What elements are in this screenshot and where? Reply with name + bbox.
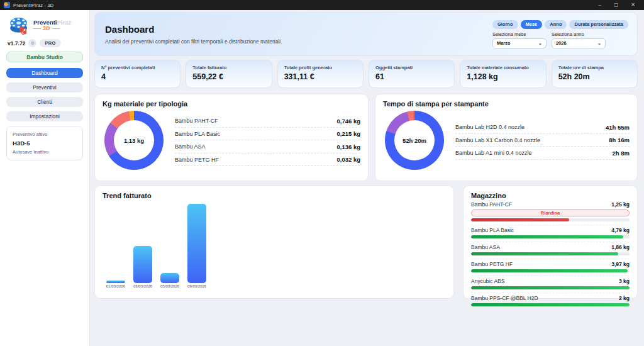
page-title: Dashboard <box>105 24 282 35</box>
magazzino-panel: Magazzino Bambu PAHT-CF 1,25 kg Riordina… <box>463 186 638 299</box>
printer-donut-chart: 52h 20m <box>385 111 444 170</box>
app-icon <box>4 2 10 8</box>
printer-chart-title: Tempo di stampa per stampante <box>383 100 630 108</box>
bar <box>187 204 206 283</box>
main-content: Dashboard Analisi dei preventivi complet… <box>90 10 644 346</box>
trend-chart-panel: Trend fatturato 01/03/2026 03/03/2026 <box>94 186 454 299</box>
stock-row-paht-cf: Bambu PAHT-CF 1,25 kg Riordina <box>471 201 630 221</box>
x-axis-tick: 01/03/2026 <box>106 284 125 288</box>
trend-bar-chart: 01/03/2026 03/03/2026 05/03/2026 09 <box>106 203 446 288</box>
legend-row: Bambu PAHT-CF 0,746 kg <box>175 114 360 128</box>
pro-badge: PRO <box>40 39 60 47</box>
stat-oggetti-stampati: Oggetti stampati 61 <box>369 60 455 88</box>
stock-row-asa: Bambu ASA 1,86 kg <box>471 242 630 255</box>
sidebar-item-clienti[interactable]: Clienti <box>6 97 83 107</box>
printer-legend: Bambu Lab H2D 0.4 nozzle 41h 55m Bambu L… <box>455 121 630 160</box>
stock-bar <box>471 252 630 255</box>
stat-materiale-consumato: Totale materiale consumato 1,128 kg <box>460 60 546 88</box>
material-legend: Bambu PAHT-CF 0,746 kg Bambu PLA Basic 0… <box>175 114 360 166</box>
logo-text-secondary: Piraz <box>57 19 72 26</box>
version-label: v1.7.72 <box>8 40 25 47</box>
stock-bar <box>471 218 630 221</box>
logo-text-3d: 3D <box>43 26 50 31</box>
x-axis-tick: 03/03/2026 <box>133 284 152 288</box>
autosave-status: Autosave Inattivo <box>13 149 77 155</box>
legend-row: Bambu Lab H2D 0.4 nozzle 41h 55m <box>455 121 630 134</box>
stock-row-pla-basic: Bambu PLA Basic 4,79 kg <box>471 225 630 238</box>
close-button[interactable]: ✕ <box>631 0 635 10</box>
minimize-button[interactable]: – <box>598 0 601 10</box>
x-axis-tick: 09/03/2026 <box>187 284 206 288</box>
dashboard-header: Dashboard Analisi dei preventivi complet… <box>94 12 638 56</box>
stock-row-anycubic-abs: Anycubic ABS 3 kg <box>471 276 630 289</box>
year-select[interactable]: 2026 ⌄ <box>552 38 606 48</box>
magazzino-title: Magazzino <box>471 192 630 199</box>
legend-row: Bambu PLA Basic 0,215 kg <box>175 128 360 141</box>
riordina-button[interactable]: Riordina <box>471 209 630 216</box>
chevron-down-icon: ⌄ <box>597 41 601 46</box>
active-quote-code: H3D-5 <box>13 140 77 147</box>
legend-row: Bambu Lab A1 mini 0.4 nozzle 2h 8m <box>455 147 630 160</box>
stock-bar <box>471 303 630 306</box>
bar <box>160 273 179 283</box>
legend-row: Bambu PETG HF 0,032 kg <box>175 153 360 167</box>
stat-ore-di-stampa: Totale ore di stampa 52h 20m <box>552 60 638 88</box>
stock-bar <box>471 286 630 289</box>
printer-chart-panel: Tempo di stampa per stampante 52h 20m Ba… <box>375 94 638 181</box>
trend-chart-title: Trend fatturato <box>103 192 446 199</box>
month-select-label: Seleziona mese <box>492 31 547 37</box>
window-title: PreventiPiraz - 3D <box>13 3 53 8</box>
sidebar-item-preventivi[interactable]: Preventivi <box>6 82 83 92</box>
sidebar-item-impostazioni[interactable]: Impostazioni <box>6 111 83 121</box>
sidebar: € PreventiPiraz 3D v1.7.72 ⚙ PRO Bambu S… <box>0 10 90 346</box>
stock-row-petg-hf: Bambu PETG HF 3,97 kg <box>471 259 630 272</box>
material-chart-title: Kg materiale per tipologia <box>103 100 360 108</box>
app-window: PreventiPiraz - 3D – ▢ ✕ <box>0 0 644 346</box>
year-select-label: Seleziona anno <box>552 31 606 37</box>
bar <box>133 246 152 283</box>
stock-row-pps-cf: Bambu PPS-CF @BBL H2D 2 kg <box>471 293 630 306</box>
maximize-button[interactable]: ▢ <box>614 0 619 10</box>
material-chart-panel: Kg materiale per tipologia 1,13 kg Bambu… <box>94 94 369 181</box>
title-bar: PreventiPiraz - 3D – ▢ ✕ <box>0 0 644 10</box>
material-donut-chart: 1,13 kg <box>104 111 164 170</box>
legend-row: Bambu ASA 0,136 kg <box>175 140 360 153</box>
material-donut-center: 1,13 kg <box>124 137 144 144</box>
filter-giorno[interactable]: Giorno <box>492 20 518 29</box>
stats-row: N° preventivi completati 4 Totale fattur… <box>94 60 638 88</box>
legend-row: Bambu Lab X1 Carbon 0.4 nozzle 8h 16m <box>455 134 630 147</box>
filter-anno[interactable]: Anno <box>545 20 567 29</box>
gear-icon[interactable]: ⚙ <box>28 39 36 47</box>
filter-mese[interactable]: Mese <box>521 20 543 29</box>
svg-text:€: € <box>22 31 24 35</box>
filament-spool-icon: € <box>8 15 31 36</box>
stock-bar <box>471 235 630 238</box>
stock-bar <box>471 269 630 272</box>
stat-totale-fatturato: Totale fatturato 559,22 € <box>186 60 272 88</box>
active-quote-label: Preventivo attivo <box>13 131 77 137</box>
app-logo: € PreventiPiraz 3D <box>8 15 83 36</box>
bar <box>106 281 125 283</box>
x-axis-tick: 05/03/2026 <box>160 284 179 288</box>
bambu-studio-button[interactable]: Bambu Studio <box>6 52 83 62</box>
stat-totale-profit: Totale profit generato 331,11 € <box>277 60 364 88</box>
month-select[interactable]: Marzo ⌄ <box>492 38 547 48</box>
filter-durata-personalizzata[interactable]: Durata personalizzata <box>569 20 628 29</box>
sidebar-item-dashboard[interactable]: Dashboard <box>6 68 83 78</box>
printer-donut-center: 52h 20m <box>402 137 426 144</box>
chevron-down-icon: ⌄ <box>538 41 542 46</box>
active-quote-card: Preventivo attivo H3D-5 Autosave Inattiv… <box>6 126 83 160</box>
page-subtitle: Analisi dei preventivi completati con fi… <box>105 38 282 45</box>
stat-preventivi-completati: N° preventivi completati 4 <box>94 60 180 88</box>
